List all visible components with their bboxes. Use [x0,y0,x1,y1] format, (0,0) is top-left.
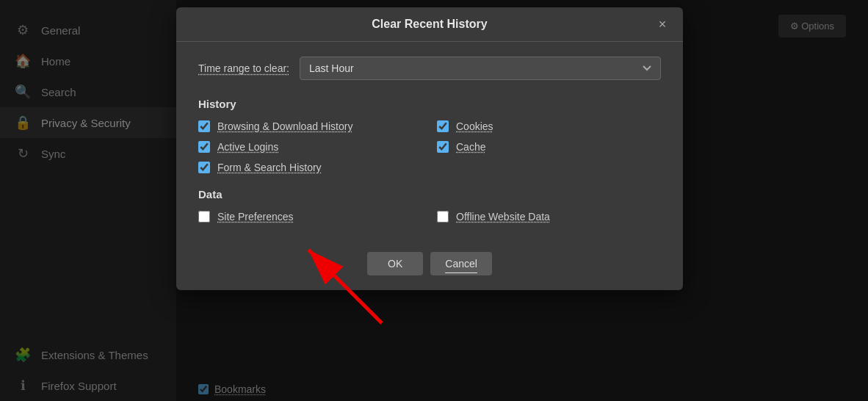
browsing-checkbox[interactable] [198,120,210,132]
checkbox-site-prefs: Site Preferences [198,211,422,223]
site-prefs-checkbox[interactable] [198,211,210,223]
data-checkbox-grid: Site Preferences Offline Website Data [198,211,661,223]
history-section-heading: History [198,98,661,110]
dialog-close-button[interactable]: × [652,14,673,35]
time-range-label: Time range to clear: [198,62,289,74]
clear-history-dialog: Clear Recent History × Time range to cle… [176,7,683,290]
dialog-header: Clear Recent History × [176,7,683,42]
site-prefs-label[interactable]: Site Preferences [217,211,294,223]
offline-label[interactable]: Offline Website Data [456,211,550,223]
form-search-label[interactable]: Form & Search History [217,162,322,173]
checkbox-browsing: Browsing & Download History [198,120,422,132]
browsing-label[interactable]: Browsing & Download History [217,120,352,132]
logins-label[interactable]: Active Logins [217,141,278,153]
checkbox-offline: Offline Website Data [437,211,661,223]
cancel-button[interactable]: Cancel [430,252,492,275]
dialog-footer: OK Cancel [176,245,683,275]
offline-checkbox[interactable] [437,211,449,223]
checkbox-logins: Active Logins [198,141,422,153]
data-section-heading: Data [198,188,661,201]
checkbox-form-search: Form & Search History [198,162,422,173]
checkbox-cache: Cache [437,141,661,153]
cookies-checkbox[interactable] [437,120,449,132]
time-range-row: Time range to clear: Last Hour Last Two … [198,57,661,80]
ok-button[interactable]: OK [367,252,423,275]
history-checkbox-grid: Browsing & Download History Cookies Acti… [198,120,661,173]
time-range-select[interactable]: Last Hour Last Two Hours Last Four Hours… [300,57,661,80]
logins-checkbox[interactable] [198,141,210,153]
checkbox-cookies: Cookies [437,120,661,132]
cache-checkbox[interactable] [437,141,449,153]
cache-label[interactable]: Cache [456,141,485,153]
dialog-title: Clear Recent History [372,18,487,31]
dialog-body: Time range to clear: Last Hour Last Two … [176,42,683,245]
cookies-label[interactable]: Cookies [456,120,493,132]
form-search-checkbox[interactable] [198,162,210,173]
data-section: Data Site Preferences Offline Website Da… [198,188,661,223]
